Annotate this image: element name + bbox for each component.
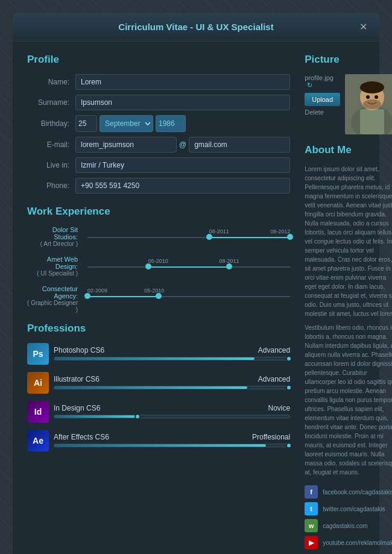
aftereffects-details: After Effects CS6 Proffesional bbox=[54, 433, 290, 449]
illustrator-bar bbox=[54, 386, 290, 389]
social-facebook: f facebook.com/cagdastakis bbox=[305, 485, 392, 499]
livein-input[interactable] bbox=[75, 157, 290, 173]
facebook-icon: f bbox=[305, 485, 318, 499]
cv-modal: Cirriculum Vitae - UI & UX Specialist ✕ … bbox=[12, 12, 380, 554]
profile-title: Profile bbox=[27, 54, 290, 66]
email-domain-input[interactable] bbox=[189, 137, 290, 153]
name-label: Name: bbox=[27, 78, 69, 86]
aftereffects-level: Proffesional bbox=[252, 433, 290, 441]
profession-item-aftereffects: Ae After Effects CS6 Proffesional bbox=[27, 430, 290, 452]
aftereffects-icon: Ae bbox=[27, 430, 49, 452]
twitter-url: twitter.com/cagdastakis bbox=[323, 506, 385, 512]
profile-photo bbox=[345, 74, 392, 134]
photoshop-bar bbox=[54, 357, 290, 360]
youtube-icon: ▶ bbox=[305, 536, 318, 549]
about-paragraph-1: Lorem ipsum dolor sit amet, consectetur … bbox=[305, 165, 392, 318]
about-paragraph-2: Vestibulum libero odio, rhoncus id lobor… bbox=[305, 323, 392, 477]
work-role-2: ( UI Specialist ) bbox=[27, 270, 83, 277]
indesign-fill bbox=[54, 415, 137, 418]
work-company-3: Consectetur Agency: bbox=[27, 285, 83, 300]
close-button[interactable]: ✕ bbox=[355, 21, 367, 33]
aftereffects-fill bbox=[54, 444, 266, 447]
picture-section: Picture profile.jpg ↻ Upload Delete bbox=[305, 54, 392, 134]
twitter-icon: t bbox=[305, 502, 318, 515]
email-user-input[interactable] bbox=[75, 137, 177, 153]
work-experience-title: Work Experience bbox=[27, 206, 290, 218]
picture-filename: profile.jpg ↻ bbox=[305, 74, 340, 89]
profession-item-indesign: Id In Design CS6 Novice bbox=[27, 401, 290, 423]
work-role-1: ( Art Director ) bbox=[27, 241, 83, 247]
svg-point-5 bbox=[366, 95, 370, 99]
youtube-url: youtube.com/reklamolmak bbox=[323, 540, 392, 546]
profession-item-illustrator: Ai Illustrator CS6 Advanced bbox=[27, 372, 290, 394]
work-company-1: Dolor Sit Studios: bbox=[27, 226, 83, 241]
indesign-dot bbox=[134, 414, 141, 420]
photoshop-dot bbox=[286, 356, 292, 362]
modal-title: Cirriculum Vitae - UI & UX Specialist bbox=[37, 22, 355, 32]
photoshop-level: Advanced bbox=[258, 346, 290, 354]
surname-input[interactable] bbox=[75, 95, 290, 110]
indesign-icon: Id bbox=[27, 401, 49, 423]
name-input[interactable] bbox=[75, 74, 290, 90]
svg-rect-2 bbox=[360, 109, 384, 134]
illustrator-level: Advanced bbox=[258, 375, 290, 383]
delete-button[interactable]: Delete bbox=[305, 109, 324, 116]
left-column: Profile Name: Surname: Birthday: Septemb… bbox=[27, 54, 290, 554]
phone-input[interactable] bbox=[75, 178, 290, 194]
work-item-2: Amet Web Design: ( UI Specialist ) 05-20… bbox=[27, 256, 290, 277]
website-url: cagdastakis.com bbox=[323, 523, 367, 529]
illustrator-dot bbox=[286, 385, 292, 391]
right-column: Picture profile.jpg ↻ Upload Delete bbox=[305, 54, 392, 554]
email-at-symbol: @ bbox=[179, 140, 186, 149]
livein-row: Live in: bbox=[27, 157, 290, 173]
surname-row: Surname: bbox=[27, 95, 290, 110]
svg-point-6 bbox=[375, 95, 378, 99]
indesign-details: In Design CS6 Novice bbox=[54, 404, 290, 420]
work-role-3: ( Graphic Designer ) bbox=[27, 300, 83, 313]
modal-header: Cirriculum Vitae - UI & UX Specialist ✕ bbox=[13, 13, 379, 42]
birthday-row: Birthday: September bbox=[27, 115, 290, 132]
birthday-year-input[interactable] bbox=[156, 115, 186, 132]
livein-label: Live in: bbox=[27, 161, 69, 169]
professions-section: Professions Ps Photoshop CS6 Advanced bbox=[27, 323, 290, 452]
modal-body: Profile Name: Surname: Birthday: Septemb… bbox=[13, 42, 379, 554]
svg-point-7 bbox=[363, 99, 381, 109]
work-company-2: Amet Web Design: bbox=[27, 256, 83, 270]
upload-button[interactable]: Upload bbox=[305, 93, 340, 106]
profession-item-photoshop: Ps Photoshop CS6 Advanced bbox=[27, 343, 290, 365]
indesign-level: Novice bbox=[268, 404, 291, 412]
illustrator-fill bbox=[54, 386, 247, 389]
work-experience-section: Work Experience Dolor Sit Studios: ( Art… bbox=[27, 206, 290, 313]
phone-row: Phone: bbox=[27, 178, 290, 194]
phone-label: Phone: bbox=[27, 181, 69, 190]
illustrator-icon: Ai bbox=[27, 372, 49, 394]
photoshop-details: Photoshop CS6 Advanced bbox=[54, 346, 290, 362]
surname-label: Surname: bbox=[27, 98, 69, 107]
photoshop-icon: Ps bbox=[27, 343, 49, 365]
birthday-day-input[interactable] bbox=[75, 115, 97, 132]
work-item-1: Dolor Sit Studios: ( Art Director ) 08-2… bbox=[27, 226, 290, 247]
svg-point-4 bbox=[360, 81, 384, 93]
social-section: f facebook.com/cagdastakis t twitter.com… bbox=[305, 485, 392, 549]
photoshop-name: Photoshop CS6 bbox=[54, 346, 104, 354]
about-me-title: About Me bbox=[305, 144, 392, 156]
picture-title: Picture bbox=[305, 54, 392, 66]
social-website: w cagdastakis.com bbox=[305, 519, 392, 532]
email-label: E-mail: bbox=[27, 140, 69, 149]
birthday-label: Birthday: bbox=[27, 119, 69, 128]
about-me-section: About Me Lorem ipsum dolor sit amet, con… bbox=[305, 144, 392, 477]
indesign-bar bbox=[54, 415, 290, 418]
profile-section: Profile Name: Surname: Birthday: Septemb… bbox=[27, 54, 290, 194]
website-icon: w bbox=[305, 519, 318, 532]
email-row: E-mail: @ bbox=[27, 137, 290, 153]
aftereffects-dot bbox=[286, 442, 292, 449]
illustrator-name: Illustrator CS6 bbox=[54, 375, 100, 383]
illustrator-details: Illustrator CS6 Advanced bbox=[54, 375, 290, 391]
aftereffects-bar bbox=[54, 444, 290, 447]
indesign-name: In Design CS6 bbox=[54, 404, 100, 412]
birthday-month-select[interactable]: September bbox=[100, 115, 153, 132]
facebook-url: facebook.com/cagdastakis bbox=[323, 489, 392, 496]
social-youtube: ▶ youtube.com/reklamolmak bbox=[305, 536, 392, 549]
social-twitter: t twitter.com/cagdastakis bbox=[305, 502, 392, 515]
aftereffects-name: After Effects CS6 bbox=[54, 433, 109, 441]
